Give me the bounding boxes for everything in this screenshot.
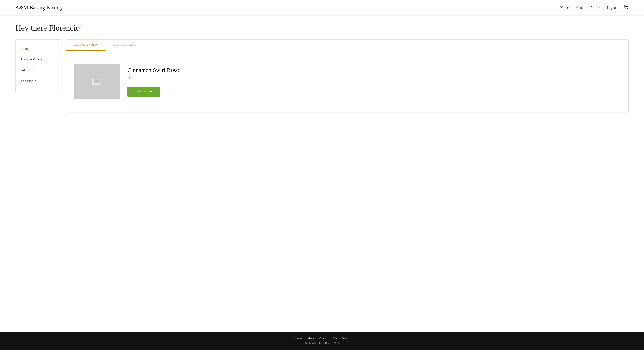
product-info: Cinnamon Swirl Bread $5.50 ADD TO CART [128,67,180,97]
footer-link-home[interactable]: Home [295,337,302,340]
sidebar: Main Previous Orders Addresses Edit Prof… [15,39,61,93]
product-price: $5.50 [128,76,180,80]
site-header: A&M Baking Factory Home Menu Profile Log… [0,0,644,16]
main-content: Hey there Florencio! Main Previous Order… [0,16,644,331]
main-panel: RECOMMENDED FAVORITE ITEMS [66,39,629,112]
main-nav: Home Menu Profile Logout [560,5,629,11]
add-to-cart-button[interactable]: ADD TO CART [128,87,160,97]
product-name: Cinnamon Swirl Bread [128,67,180,73]
greeting-text: Hey there Florencio! [15,23,629,33]
site-footer: Home :: About :: Contact :: Privacy Poli… [0,331,644,350]
tab-recommended[interactable]: RECOMMENDED [66,40,105,51]
tab-favorite-items[interactable]: FAVORITE ITEMS [105,40,144,51]
nav-menu[interactable]: Menu [576,6,584,10]
product-area: Cinnamon Swirl Bread $5.50 ADD TO CART [66,51,628,112]
footer-credit: Designed by: Brent Hong © 2019 [4,341,640,345]
sidebar-item-main[interactable]: Main [16,43,61,54]
footer-link-privacy[interactable]: Privacy Policy [333,337,349,340]
footer-sep-3: :: [330,337,331,340]
nav-logout[interactable]: Logout [607,6,617,10]
nav-home[interactable]: Home [560,6,569,10]
svg-point-5 [95,79,96,80]
sidebar-item-edit-profile[interactable]: Edit Profile [16,76,61,86]
tab-bar: RECOMMENDED FAVORITE ITEMS [66,40,628,51]
footer-sep-1: :: [304,337,305,340]
footer-sep-2: :: [316,337,318,340]
sidebar-item-addresses[interactable]: Addresses [16,65,61,76]
site-logo: A&M Baking Factory [15,5,63,11]
product-image [74,64,120,99]
footer-link-about[interactable]: About [307,337,314,340]
nav-profile[interactable]: Profile [590,6,600,10]
cart-icon[interactable] [624,5,629,11]
content-area: Main Previous Orders Addresses Edit Prof… [15,39,629,112]
footer-link-contact[interactable]: Contact [319,337,328,340]
sidebar-item-previous-orders[interactable]: Previous Orders [16,54,61,65]
footer-links: Home :: About :: Contact :: Privacy Poli… [4,337,640,340]
